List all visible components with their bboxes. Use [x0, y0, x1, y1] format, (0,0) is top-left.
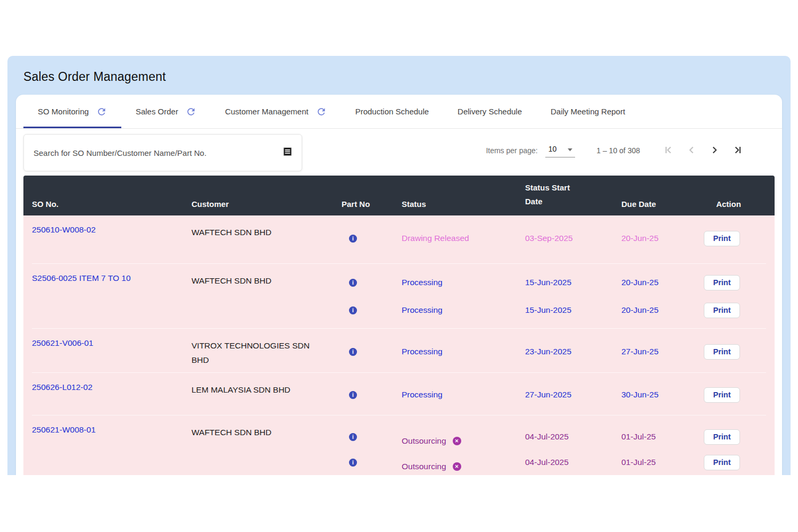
- due-date: 27-Jun-25: [621, 347, 704, 356]
- action-cell: Print: [704, 231, 766, 246]
- tab-so-monitoring[interactable]: SO Monitoring: [23, 95, 121, 128]
- main-panel: Sales Order Management SO MonitoringSale…: [7, 56, 791, 475]
- page-nav-buttons: [662, 144, 744, 157]
- part-items: iProcessing27-Jun-202530-Jun-25Print: [340, 373, 766, 415]
- part-item-row: iOutsourcing✕04-Jul-202501-Jul-25Print: [340, 450, 766, 475]
- tab-sales-order[interactable]: Sales Order: [121, 95, 211, 128]
- part-no-cell: i: [340, 391, 402, 399]
- so-number-link[interactable]: 250626-L012-02: [32, 373, 192, 415]
- last-page-button[interactable]: [731, 144, 744, 157]
- status-cell: Processing: [402, 390, 525, 400]
- info-icon[interactable]: i: [349, 306, 357, 314]
- info-icon[interactable]: i: [349, 348, 357, 356]
- items-per-page-value: 10: [548, 145, 557, 153]
- action-cell: Print: [704, 303, 766, 318]
- so-number-link[interactable]: 250621-W008-01: [32, 415, 192, 475]
- chevron-down-icon: [567, 145, 573, 153]
- part-no-cell: i: [340, 459, 402, 467]
- cancel-icon[interactable]: ✕: [453, 437, 461, 445]
- refresh-icon[interactable]: [316, 106, 327, 117]
- so-number-link[interactable]: S2506-0025 ITEM 7 TO 10: [32, 264, 192, 328]
- page-title: Sales Order Management: [23, 70, 791, 84]
- info-icon[interactable]: i: [349, 459, 357, 467]
- due-date: 20-Jun-25: [621, 305, 704, 315]
- status-start-date: 27-Jun-2025: [525, 390, 621, 400]
- status-label: Processing: [402, 305, 443, 315]
- next-page-button[interactable]: [708, 144, 721, 157]
- tab-delivery-schedule[interactable]: Delivery Schedule: [443, 95, 536, 128]
- so-number-link[interactable]: 250621-V006-01: [32, 329, 192, 372]
- status-start-date: 04-Jul-2025: [525, 458, 621, 467]
- due-date: 01-Jul-25: [621, 458, 704, 467]
- part-no-cell: i: [340, 348, 402, 356]
- print-button[interactable]: Print: [704, 231, 740, 246]
- column-header-due-date: Due Date: [621, 200, 704, 209]
- due-date: 20-Jun-25: [621, 278, 704, 287]
- part-no-cell: i: [340, 235, 402, 243]
- search-input[interactable]: Search for SO Number/Customer Name/Part …: [23, 134, 302, 171]
- part-item-row: iProcessing23-Jun-202527-Jun-25Print: [340, 338, 766, 365]
- status-start-date: 04-Jul-2025: [525, 432, 621, 442]
- items-per-page-label: Items per page:: [486, 146, 537, 155]
- print-button[interactable]: Print: [704, 303, 740, 318]
- tab-label: SO Monitoring: [38, 107, 89, 116]
- action-cell: Print: [704, 275, 766, 290]
- refresh-icon[interactable]: [186, 106, 196, 117]
- print-button[interactable]: Print: [704, 455, 740, 470]
- tab-customer-management[interactable]: Customer Management: [211, 95, 341, 128]
- order-row: 250621-W008-01WAFTECH SDN BHDiOutsourcin…: [32, 415, 766, 475]
- search-placeholder: Search for SO Number/Customer Name/Part …: [34, 148, 206, 157]
- due-date: 20-Jun-25: [621, 234, 704, 243]
- column-header-customer: Customer: [192, 200, 340, 209]
- info-icon[interactable]: i: [349, 433, 357, 441]
- chevron-right-icon: [708, 144, 721, 158]
- customer-name: WAFTECH SDN BHD: [192, 415, 340, 475]
- refresh-icon[interactable]: [96, 106, 107, 117]
- screen: Sales Order Management SO MonitoringSale…: [0, 0, 798, 532]
- first-page-icon: [662, 144, 675, 158]
- part-item-row: iDrawing Released03-Sep-202520-Jun-25Pri…: [340, 225, 766, 252]
- status-start-date: 15-Jun-2025: [525, 278, 621, 287]
- action-cell: Print: [704, 387, 766, 403]
- status-cell: Outsourcing✕: [402, 428, 525, 446]
- info-icon[interactable]: i: [349, 391, 357, 399]
- first-page-button[interactable]: [662, 144, 675, 157]
- table-body: 250610-W008-02WAFTECH SDN BHDiDrawing Re…: [23, 215, 775, 475]
- part-no-cell: i: [340, 306, 402, 314]
- receipt-icon[interactable]: [282, 146, 293, 160]
- status-cell: Processing: [402, 347, 525, 356]
- order-row: 250610-W008-02WAFTECH SDN BHDiDrawing Re…: [32, 215, 766, 263]
- toolbar: Search for SO Number/Customer Name/Part …: [16, 129, 782, 176]
- info-icon[interactable]: i: [349, 279, 357, 287]
- print-button[interactable]: Print: [704, 275, 740, 290]
- last-page-icon: [731, 144, 744, 158]
- print-button[interactable]: Print: [704, 387, 740, 403]
- so-number-link[interactable]: 250610-W008-02: [32, 215, 192, 263]
- column-header-action: Action: [704, 200, 766, 209]
- part-item-row: iProcessing27-Jun-202530-Jun-25Print: [340, 381, 766, 409]
- due-date: 30-Jun-25: [621, 390, 704, 400]
- tab-production-schedule[interactable]: Production Schedule: [341, 95, 443, 128]
- table-header-row: SO No. Customer Part No Status Status St…: [23, 176, 775, 215]
- part-no-cell: i: [340, 279, 402, 287]
- previous-page-button[interactable]: [685, 144, 698, 157]
- cancel-icon[interactable]: ✕: [453, 462, 461, 471]
- status-label: Processing: [402, 278, 443, 287]
- order-row: 250621-V006-01VITROX TECHNOLOGIES SDN BH…: [32, 328, 766, 372]
- part-items: iProcessing15-Jun-202520-Jun-25PrintiPro…: [340, 264, 766, 328]
- print-button[interactable]: Print: [704, 429, 740, 445]
- info-icon[interactable]: i: [349, 235, 357, 243]
- part-item-row: iProcessing15-Jun-202520-Jun-25Print: [340, 296, 766, 324]
- items-per-page-select[interactable]: 10: [545, 144, 576, 157]
- column-header-status-start-date: Status Start Date: [525, 181, 621, 209]
- chevron-left-icon: [685, 144, 698, 158]
- customer-name: WAFTECH SDN BHD: [192, 264, 340, 328]
- status-label: Drawing Released: [402, 234, 469, 243]
- page-range-label: 1 – 10 of 308: [596, 146, 640, 155]
- tab-daily-meeting-report[interactable]: Daily Meeting Report: [536, 95, 639, 128]
- order-row: 250626-L012-02LEM MALAYSIA SDN BHDiProce…: [32, 372, 766, 415]
- action-cell: Print: [704, 429, 766, 445]
- tab-label: Production Schedule: [355, 107, 429, 116]
- print-button[interactable]: Print: [704, 344, 740, 360]
- action-cell: Print: [704, 455, 766, 470]
